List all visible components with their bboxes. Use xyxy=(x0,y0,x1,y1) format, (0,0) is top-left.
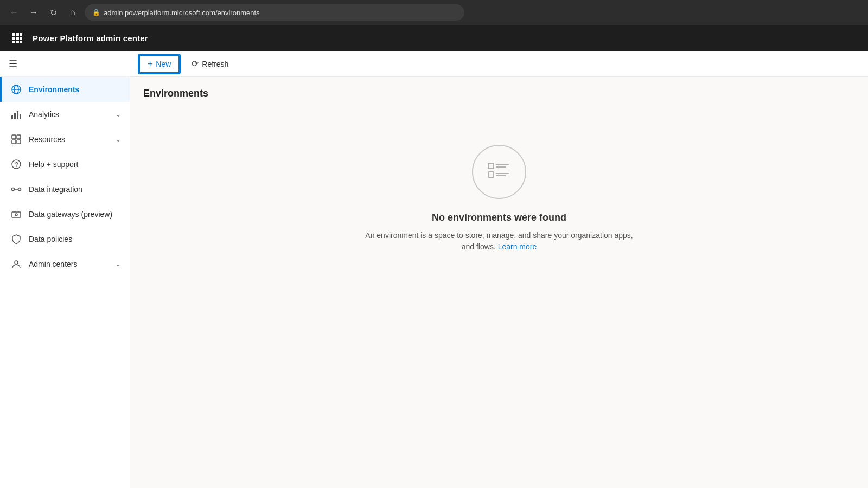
sidebar-item-data-policies[interactable]: Data policies xyxy=(0,227,130,252)
sidebar-item-data-gateways[interactable]: Data gateways (preview) xyxy=(0,202,130,227)
home-button[interactable]: ⌂ xyxy=(65,5,80,20)
svg-rect-15 xyxy=(20,114,21,119)
plus-icon: + xyxy=(148,59,152,69)
svg-rect-5 xyxy=(20,37,22,40)
app-title: Power Platform admin center xyxy=(33,34,148,43)
sidebar-item-environments-label: Environments xyxy=(29,85,121,94)
empty-state: No environments were found An environmen… xyxy=(143,112,855,285)
sidebar: ☰ Environments xyxy=(0,51,130,488)
svg-rect-19 xyxy=(17,140,21,144)
sidebar-item-admin-centers[interactable]: Admin centers ⌄ xyxy=(0,252,130,277)
data-policies-icon xyxy=(10,233,22,245)
svg-point-29 xyxy=(15,261,18,264)
lock-icon: 🔒 xyxy=(92,9,100,16)
svg-rect-8 xyxy=(20,41,22,43)
refresh-icon: ⟳ xyxy=(192,59,199,69)
svg-point-22 xyxy=(12,188,15,191)
toolbar: + New ⟳ Refresh xyxy=(130,51,868,77)
svg-rect-14 xyxy=(17,111,18,119)
new-button[interactable]: + New xyxy=(139,55,180,73)
data-gateways-icon xyxy=(10,208,22,220)
data-integration-icon xyxy=(10,183,22,195)
page-content: Environments No environments were xyxy=(130,77,868,488)
svg-rect-12 xyxy=(11,115,13,119)
svg-point-28 xyxy=(15,214,17,216)
svg-rect-33 xyxy=(488,172,494,177)
sidebar-item-data-integration[interactable]: Data integration xyxy=(0,177,130,202)
svg-rect-1 xyxy=(16,33,19,36)
svg-rect-25 xyxy=(12,212,21,217)
svg-rect-17 xyxy=(17,135,21,139)
svg-rect-6 xyxy=(12,41,15,43)
page-title: Environments xyxy=(143,88,855,99)
sidebar-item-data-gateways-label: Data gateways (preview) xyxy=(29,210,121,219)
address-bar[interactable]: 🔒 admin.powerplatform.microsoft.com/envi… xyxy=(85,4,464,21)
sidebar-item-environments[interactable]: Environments xyxy=(0,77,130,102)
svg-rect-7 xyxy=(16,41,19,43)
svg-text:?: ? xyxy=(15,161,18,169)
sidebar-item-resources-label: Resources xyxy=(29,135,116,144)
learn-more-link[interactable]: Learn more xyxy=(498,242,537,251)
svg-rect-2 xyxy=(20,33,22,36)
svg-rect-30 xyxy=(488,163,494,169)
sidebar-toggle-button[interactable]: ☰ xyxy=(0,51,130,77)
sidebar-item-resources[interactable]: Resources ⌄ xyxy=(0,127,130,152)
hamburger-icon: ☰ xyxy=(9,58,17,70)
sidebar-item-help-support-label: Help + support xyxy=(29,160,121,169)
content-area: + New ⟳ Refresh Environments xyxy=(130,51,868,488)
admin-centers-chevron-icon: ⌄ xyxy=(116,260,121,268)
empty-state-title: No environments were found xyxy=(432,212,566,223)
reload-button[interactable]: ↻ xyxy=(46,5,61,20)
analytics-chevron-icon: ⌄ xyxy=(116,111,121,118)
waffle-icon[interactable] xyxy=(9,29,26,47)
sidebar-item-help-support[interactable]: ? Help + support xyxy=(0,152,130,177)
refresh-button-label: Refresh xyxy=(202,60,228,68)
svg-point-23 xyxy=(18,188,21,191)
resources-chevron-icon: ⌄ xyxy=(116,136,121,143)
sidebar-item-data-integration-label: Data integration xyxy=(29,185,121,194)
refresh-button[interactable]: ⟳ Refresh xyxy=(184,55,236,72)
resources-icon xyxy=(10,133,22,145)
admin-centers-icon xyxy=(10,258,22,270)
svg-rect-3 xyxy=(12,37,15,40)
url-text: admin.powerplatform.microsoft.com/enviro… xyxy=(104,9,260,17)
sidebar-item-admin-centers-label: Admin centers xyxy=(29,260,116,268)
forward-button[interactable]: → xyxy=(26,5,41,20)
environments-icon xyxy=(10,84,22,95)
sidebar-item-analytics-label: Analytics xyxy=(29,110,116,119)
sidebar-item-analytics[interactable]: Analytics ⌄ xyxy=(0,102,130,127)
main-layout: ☰ Environments xyxy=(0,51,868,488)
svg-rect-18 xyxy=(12,140,16,144)
app-container: Power Platform admin center ☰ Environmen… xyxy=(0,25,868,488)
back-button[interactable]: ← xyxy=(7,5,22,20)
empty-state-description: An environment is a space to store, mana… xyxy=(363,230,635,253)
sidebar-item-data-policies-label: Data policies xyxy=(29,235,121,243)
svg-rect-16 xyxy=(12,135,16,139)
svg-rect-13 xyxy=(14,113,16,119)
svg-rect-4 xyxy=(16,37,19,40)
help-support-icon: ? xyxy=(10,158,22,170)
app-header: Power Platform admin center xyxy=(0,25,868,51)
analytics-icon xyxy=(10,108,22,120)
browser-bar: ← → ↻ ⌂ 🔒 admin.powerplatform.microsoft.… xyxy=(0,0,868,25)
svg-rect-0 xyxy=(12,33,15,36)
new-button-label: New xyxy=(156,60,171,68)
empty-state-icon xyxy=(472,145,526,199)
